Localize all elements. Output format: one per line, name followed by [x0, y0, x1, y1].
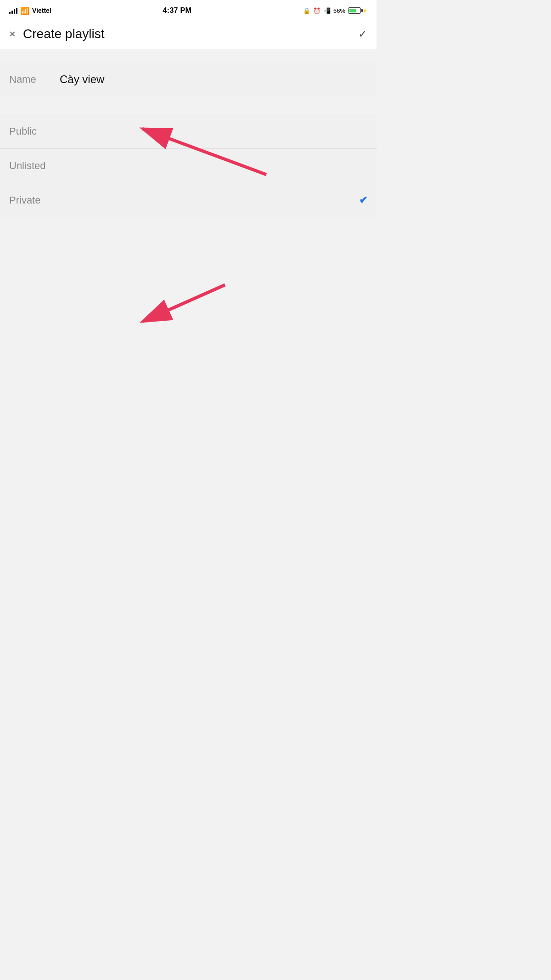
status-right: 🔒 ⏰ 📲 66% ⚡ — [303, 7, 367, 14]
status-time: 4:37 PM — [163, 6, 192, 15]
carrier-name: Viettel — [32, 7, 51, 14]
wifi-icon: 📶 — [20, 6, 29, 15]
confirm-button[interactable]: ✓ — [358, 28, 367, 40]
battery-indicator: ⚡ — [348, 7, 367, 14]
name-value[interactable]: Cày view — [60, 73, 104, 86]
selected-check-icon: ✔ — [359, 194, 367, 206]
signal-bars-icon — [9, 7, 17, 14]
battery-body — [348, 7, 361, 14]
spacer-2 — [0, 96, 377, 114]
option-unlisted[interactable]: Unlisted — [0, 149, 377, 183]
bottom-area — [0, 217, 377, 493]
status-left: 📶 Viettel — [9, 6, 51, 15]
battery-percent: 66% — [333, 7, 345, 14]
header: × Create playlist ✓ — [0, 20, 377, 49]
page-title: Create playlist — [23, 27, 104, 41]
spacer-1 — [0, 49, 377, 63]
bluetooth-icon: 📲 — [323, 7, 331, 14]
status-bar: 📶 Viettel 4:37 PM 🔒 ⏰ 📲 66% ⚡ — [0, 0, 377, 20]
close-button[interactable]: × — [9, 28, 16, 40]
name-label: Name — [9, 74, 46, 85]
battery-fill — [349, 9, 356, 12]
privacy-section: Public Unlisted Private ✔ — [0, 114, 377, 217]
header-left: × Create playlist — [9, 27, 104, 41]
option-public-label: Public — [9, 125, 37, 137]
option-private-label: Private — [9, 194, 40, 206]
lock-icon: 🔒 — [303, 7, 310, 14]
alarm-icon: ⏰ — [313, 7, 320, 14]
option-unlisted-label: Unlisted — [9, 160, 45, 172]
name-row: Name Cày view — [0, 63, 377, 96]
option-private[interactable]: Private ✔ — [0, 183, 377, 217]
page-root: 📶 Viettel 4:37 PM 🔒 ⏰ 📲 66% ⚡ × Create p… — [0, 0, 377, 493]
option-public[interactable]: Public — [0, 114, 377, 149]
